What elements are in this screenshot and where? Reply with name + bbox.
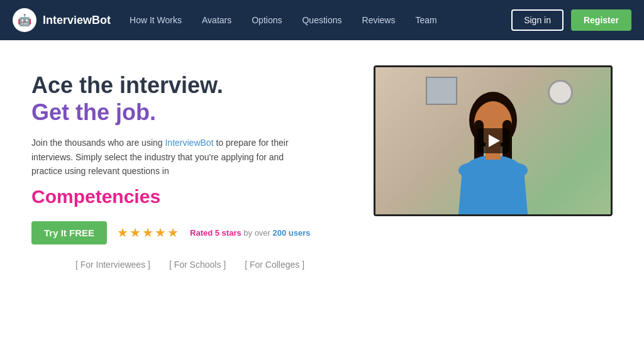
svg-point-5 <box>458 163 484 178</box>
signin-button[interactable]: Sign in <box>511 9 564 31</box>
tabs-row: [ For Interviewees ] [ For Schools ] [ F… <box>31 257 348 272</box>
nav-link-questions[interactable]: Questions <box>302 15 341 25</box>
rating-text: Rated 5 stars by over 200 users <box>190 228 311 238</box>
nav-link-reviews[interactable]: Reviews <box>362 15 396 25</box>
tab-for-schools[interactable]: [ For Schools ] <box>163 257 232 272</box>
play-icon <box>489 134 500 147</box>
video-container[interactable] <box>374 65 613 216</box>
nav-link-how-it-works[interactable]: How It Works <box>130 15 182 25</box>
wall-clock <box>548 80 573 105</box>
headline-1: Ace the interview. <box>31 72 348 99</box>
rated-stars-text: Rated 5 stars <box>190 228 242 238</box>
register-button[interactable]: Register <box>571 9 631 31</box>
tab-for-interviewees[interactable]: [ For Interviewees ] <box>69 257 157 272</box>
nav-link-options[interactable]: Options <box>252 15 282 25</box>
svg-point-6 <box>502 163 528 178</box>
brand-name: InterviewBot <box>43 14 111 27</box>
main-content: Ace the interview. Get the job. Join the… <box>0 40 644 362</box>
play-button[interactable] <box>477 128 509 153</box>
nav-link-team[interactable]: Team <box>415 15 436 25</box>
hero-right <box>374 65 613 216</box>
hero-subtext: Join the thousands who are using Intervi… <box>31 136 296 178</box>
nav-link-avatars[interactable]: Avatars <box>202 15 231 25</box>
nav-links: How It Works Avatars Options Questions R… <box>130 15 511 25</box>
headline-2: Get the job. <box>31 99 348 126</box>
brand-inline: InterviewBot <box>165 138 213 148</box>
hero-left: Ace the interview. Get the job. Join the… <box>31 65 348 272</box>
try-free-button[interactable]: Try It FREE <box>31 221 107 244</box>
navbar: 🤖 InterviewBot How It Works Avatars Opti… <box>0 0 644 40</box>
star-rating: ★★★★★ <box>117 225 180 240</box>
nav-actions: Sign in Register <box>511 9 631 31</box>
user-count: 200 users <box>273 228 311 238</box>
cta-row: Try It FREE ★★★★★ Rated 5 stars by over … <box>31 221 348 244</box>
tab-for-colleges[interactable]: [ For Colleges ] <box>238 257 311 272</box>
brand[interactable]: 🤖 InterviewBot <box>13 8 111 32</box>
competencies-label: Competencies <box>31 186 348 207</box>
brand-icon: 🤖 <box>13 8 36 32</box>
